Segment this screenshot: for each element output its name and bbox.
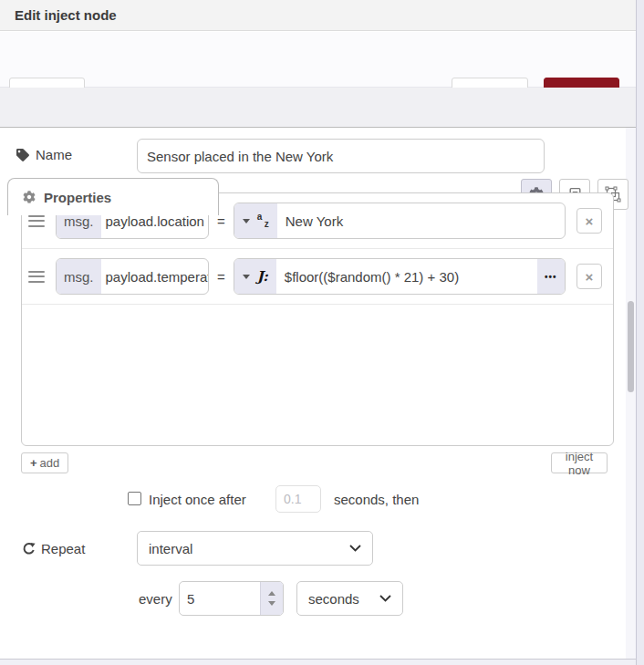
equals-sign: = (217, 269, 225, 285)
equals-sign: = (217, 213, 225, 229)
chevron-down-icon (349, 545, 361, 552)
prop-row-temperature: msg. payload.temperature = J: $floor(($r… (22, 249, 613, 305)
expression-expand-button[interactable]: ••• (537, 259, 565, 294)
close-icon: × (586, 213, 594, 229)
drag-handle-icon[interactable] (28, 215, 45, 227)
inject-now-button[interactable]: inject now (551, 452, 608, 473)
scrollbar[interactable] (626, 88, 636, 660)
dialog-button-bar: Delete Cancel Done (0, 32, 636, 88)
msg-prefix-label: msg. (57, 259, 101, 294)
remove-row-button[interactable]: × (576, 208, 602, 234)
jsonata-type-icon: J: (257, 268, 268, 285)
tab-properties[interactable]: Properties (7, 178, 219, 215)
repeat-select[interactable]: interval (137, 531, 373, 566)
name-input[interactable] (137, 139, 545, 173)
inject-once-checkbox[interactable] (128, 492, 141, 505)
inject-once-label: Inject once after (149, 492, 246, 507)
repeat-label: Repeat (22, 541, 85, 556)
repeat-icon (22, 542, 36, 556)
close-icon: × (586, 269, 594, 285)
inject-once-suffix-label: seconds, then (334, 492, 419, 507)
typed-input[interactable]: az New York (234, 203, 566, 239)
caret-down-icon (243, 275, 250, 279)
typed-input[interactable]: J: $floor(($random() * 21) + 30) ••• (234, 258, 566, 295)
every-units-select[interactable]: seconds (296, 581, 403, 616)
type-select-button[interactable]: J: (234, 259, 276, 294)
properties-tab-label: Properties (44, 190, 111, 205)
type-select-button[interactable]: az (234, 203, 277, 238)
caret-down-icon (243, 219, 250, 223)
props-list: msg. payload.location = az New York × ms… (21, 192, 614, 446)
chevron-down-icon (379, 595, 391, 602)
add-row-button[interactable]: +add (21, 452, 68, 473)
plus-icon: + (30, 456, 37, 470)
value-input[interactable]: New York (277, 203, 565, 238)
editor-tab-bar: Properties (0, 88, 636, 128)
tag-icon (16, 149, 29, 161)
remove-row-button[interactable]: × (576, 264, 602, 289)
value-input[interactable]: $floor(($random() * 21) + 30) (276, 259, 537, 294)
name-label: Name (16, 147, 72, 162)
dialog-bottom-strip (0, 660, 636, 665)
drag-handle-icon[interactable] (28, 271, 45, 283)
every-value-stepper[interactable]: 5 (179, 581, 284, 616)
number-spinner[interactable] (260, 582, 283, 615)
edit-inject-node-dialog: Edit inject node Delete Cancel Done (0, 0, 644, 665)
msg-key-input[interactable]: payload.temperature (101, 259, 208, 294)
msg-property-field[interactable]: msg. payload.temperature (56, 258, 209, 295)
gear-icon (23, 191, 36, 203)
dialog-title: Edit inject node (0, 0, 636, 31)
inject-once-delay-input[interactable] (275, 485, 321, 513)
every-value-input[interactable]: 5 (180, 582, 260, 615)
string-type-icon: az (257, 213, 269, 229)
spinner-up-icon[interactable] (268, 591, 275, 596)
workspace-edge-strip (636, 0, 644, 665)
every-label: every (139, 591, 172, 607)
spinner-down-icon[interactable] (268, 601, 275, 606)
scrollbar-thumb[interactable] (628, 301, 634, 392)
